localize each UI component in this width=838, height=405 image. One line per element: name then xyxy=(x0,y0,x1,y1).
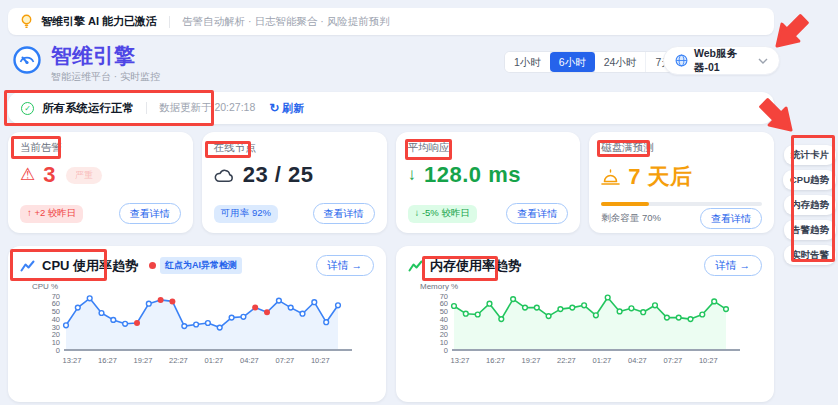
disk-usage-progress-fill xyxy=(601,202,649,206)
svg-text:50: 50 xyxy=(440,307,448,316)
gauge-icon xyxy=(12,45,42,75)
server-selector-label: Web服务器-01 xyxy=(694,47,752,75)
svg-text:01:27: 01:27 xyxy=(205,356,224,365)
stat-card-alerts: 当前告警 ⚠ 3 严重 ↑ +2 较昨日 查看详情 xyxy=(8,132,193,233)
svg-text:19:27: 19:27 xyxy=(134,356,153,365)
last-updated-text: 数据更新于 20:27:18 xyxy=(159,101,255,115)
alarm-icon xyxy=(601,169,620,186)
stat-cards-row: 当前告警 ⚠ 3 严重 ↑ +2 较昨日 查看详情 在线节点 23 / 25 可… xyxy=(8,132,774,233)
line-chart-icon xyxy=(408,259,423,273)
svg-text:10: 10 xyxy=(440,338,448,347)
divider xyxy=(169,16,170,28)
svg-text:60: 60 xyxy=(440,299,448,308)
stat-label: 平均响应 xyxy=(408,141,569,155)
svg-text:22:27: 22:27 xyxy=(169,356,188,365)
refresh-button[interactable]: ↻ 刷新 xyxy=(269,101,304,116)
time-range-6h[interactable]: 6小时 xyxy=(550,52,596,72)
svg-text:30: 30 xyxy=(52,323,60,332)
availability-badge: 可用率 92% xyxy=(214,205,278,223)
time-range-1h[interactable]: 1小时 xyxy=(505,52,551,72)
svg-text:70: 70 xyxy=(52,292,60,301)
svg-text:07:27: 07:27 xyxy=(664,356,683,365)
system-status-text: 所有系统运行正常 xyxy=(42,101,134,116)
trend-badge: ↓ -5% 较昨日 xyxy=(408,205,477,223)
system-status-bar: ✓ 所有系统运行正常 数据更新于 20:27:18 ↻ 刷新 xyxy=(8,92,774,124)
svg-text:60: 60 xyxy=(52,299,60,308)
view-details-button[interactable]: 查看详情 xyxy=(700,208,762,229)
refresh-icon: ↻ xyxy=(269,101,279,115)
time-range-selector: 1小时 6小时 24小时 7天 xyxy=(504,51,682,73)
cloud-icon xyxy=(214,168,235,183)
stat-card-disk: 磁盘满预测 7 天后 剩余容量 70% 查看详情 xyxy=(589,132,774,233)
svg-text:0: 0 xyxy=(56,346,60,355)
memory-chart-title: 内存使用率趋势 xyxy=(430,257,521,275)
svg-text:50: 50 xyxy=(52,307,60,316)
view-details-button[interactable]: 查看详情 xyxy=(506,203,568,224)
disk-usage-progressbar xyxy=(601,202,762,206)
svg-text:20: 20 xyxy=(440,330,448,339)
svg-text:30: 30 xyxy=(440,323,448,332)
trend-badge: ↑ +2 较昨日 xyxy=(20,205,83,223)
svg-text:70: 70 xyxy=(440,292,448,301)
ai-banner: 智维引擎 AI 能力已激活 告警自动解析 · 日志智能聚合 · 风险提前预判 xyxy=(8,8,774,35)
svg-text:10: 10 xyxy=(52,338,60,347)
nav-item-memory-trend[interactable]: 内存趋势 xyxy=(784,195,836,215)
banner-title: 智维引擎 AI 能力已激活 xyxy=(41,14,157,29)
disk-forecast-value: 7 天后 xyxy=(628,162,692,192)
nav-item-stat-cards[interactable]: 统计卡片 xyxy=(784,145,836,165)
stat-card-nodes: 在线节点 23 / 25 可用率 92% 查看详情 xyxy=(202,132,387,233)
lightbulb-icon xyxy=(20,14,33,29)
anomaly-legend-badge: 红点为AI异常检测 xyxy=(160,257,242,274)
svg-text:04:27: 04:27 xyxy=(240,356,259,365)
line-chart-icon xyxy=(20,259,35,273)
stat-label: 在线节点 xyxy=(214,141,375,155)
memory-detail-button[interactable]: 详情 → xyxy=(704,255,762,276)
page-title: 智维引擎 xyxy=(51,45,160,67)
remaining-capacity-text: 剩余容量 70% xyxy=(601,212,661,225)
alerts-count: 3 xyxy=(43,162,56,188)
charts-row: CPU 使用率趋势 红点为AI异常检测 详情 → CPU %0102030405… xyxy=(8,246,774,402)
nav-item-alert-trend[interactable]: 告警趋势 xyxy=(784,220,836,240)
memory-trend-card: 内存使用率趋势 详情 → Memory %01020304050607013:2… xyxy=(396,246,774,402)
arrow-down-icon: ↓ xyxy=(408,166,417,184)
response-time-value: 128.0 ms xyxy=(424,162,521,188)
section-nav-menu: 统计卡片 CPU趋势 内存趋势 告警趋势 实时告警 xyxy=(794,145,836,265)
svg-text:13:27: 13:27 xyxy=(63,356,82,365)
svg-text:16:27: 16:27 xyxy=(98,356,117,365)
svg-text:40: 40 xyxy=(52,315,60,324)
svg-text:Memory %: Memory % xyxy=(420,282,458,291)
warning-triangle-icon: ⚠ xyxy=(20,166,35,184)
svg-text:01:27: 01:27 xyxy=(593,356,612,365)
severity-badge: 严重 xyxy=(66,167,102,184)
memory-usage-chart: Memory %01020304050607013:2716:2719:2722… xyxy=(408,280,762,380)
svg-text:04:27: 04:27 xyxy=(628,356,647,365)
cpu-chart-title: CPU 使用率趋势 xyxy=(42,257,138,275)
nodes-count: 23 / 25 xyxy=(243,162,314,188)
cpu-trend-card: CPU 使用率趋势 红点为AI异常检测 详情 → CPU %0102030405… xyxy=(8,246,386,402)
svg-text:CPU %: CPU % xyxy=(32,282,58,291)
svg-text:10:27: 10:27 xyxy=(311,356,330,365)
svg-text:40: 40 xyxy=(440,315,448,324)
view-details-button[interactable]: 查看详情 xyxy=(313,203,375,224)
banner-subtitle: 告警自动解析 · 日志智能聚合 · 风险提前预判 xyxy=(182,15,390,29)
nav-item-live-alerts[interactable]: 实时告警 xyxy=(784,245,836,265)
time-range-24h[interactable]: 24小时 xyxy=(595,52,647,72)
divider xyxy=(146,102,147,114)
cpu-detail-button[interactable]: 详情 → xyxy=(316,255,374,276)
svg-text:16:27: 16:27 xyxy=(486,356,505,365)
nav-item-cpu-trend[interactable]: CPU趋势 xyxy=(783,170,836,190)
server-selector-dropdown[interactable]: Web服务器-01 xyxy=(663,46,780,75)
svg-text:13:27: 13:27 xyxy=(451,356,470,365)
svg-text:07:27: 07:27 xyxy=(276,356,295,365)
view-details-button[interactable]: 查看详情 xyxy=(119,203,181,224)
check-circle-icon: ✓ xyxy=(21,102,34,115)
stat-label: 当前告警 xyxy=(20,141,181,155)
stat-label: 磁盘满预测 xyxy=(601,141,762,155)
anomaly-dot-icon xyxy=(149,262,156,269)
chevron-down-icon xyxy=(758,58,768,64)
svg-text:19:27: 19:27 xyxy=(522,356,541,365)
page-subtitle: 智能运维平台 · 实时监控 xyxy=(51,70,160,84)
svg-text:20: 20 xyxy=(52,330,60,339)
app-header: 智维引擎 智能运维平台 · 实时监控 xyxy=(12,45,160,84)
globe-icon xyxy=(675,54,688,67)
